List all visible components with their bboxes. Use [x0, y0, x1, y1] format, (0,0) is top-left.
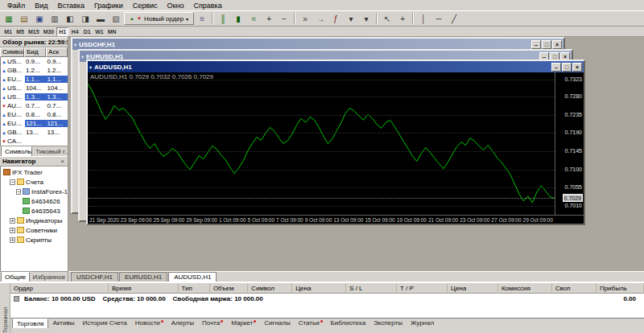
- terminal-tab-1[interactable]: Активы: [48, 319, 78, 328]
- menu-item-6[interactable]: Справка: [188, 1, 226, 10]
- terminal-column-header-3[interactable]: Объем: [210, 283, 248, 294]
- market-watch-toggle[interactable]: ▥: [47, 12, 62, 25]
- window-title-bar[interactable]: ▾ AUDUSD,H1 – □ ×: [88, 61, 584, 72]
- terminal-tab-4[interactable]: Алерты: [167, 319, 198, 328]
- timeframe-h4[interactable]: H4: [69, 27, 80, 36]
- market-watch-row[interactable]: ▼CA...: [1, 137, 68, 146]
- terminal-column-header-11[interactable]: Прибыль: [597, 283, 644, 294]
- data-window-toggle[interactable]: ◧: [63, 12, 77, 25]
- market-watch-row[interactable]: ▲EU...1.1...1.1...: [1, 75, 68, 84]
- zoom-in-button[interactable]: +: [262, 12, 276, 25]
- timeframe-h1[interactable]: H1: [56, 27, 68, 36]
- navigator-item[interactable]: −InstaForex-1D: [1, 187, 68, 196]
- navigator-item[interactable]: 64635643: [1, 206, 68, 216]
- timeframe-m1[interactable]: M1: [2, 27, 14, 36]
- expand-icon[interactable]: +: [10, 218, 15, 224]
- horizontal-line-button[interactable]: ─: [431, 12, 446, 25]
- terminal-tab-9[interactable]: Библиотека: [327, 319, 370, 328]
- terminal-tab-8[interactable]: Статьи: [295, 319, 327, 328]
- market-watch-row[interactable]: ▲GB...13...13...: [1, 128, 68, 137]
- vertical-line-button[interactable]: │: [416, 12, 431, 25]
- market-watch-row[interactable]: ▲US...104...104...: [1, 84, 68, 92]
- chart-plot[interactable]: AUDUSD,H1 0.7029 0.7032 0.7026 0.7029: [88, 72, 555, 215]
- terminal-column-header-8[interactable]: Цена: [448, 283, 498, 294]
- candlestick-button[interactable]: ▮: [231, 12, 246, 25]
- chart-tab-0[interactable]: USDCHF,H1: [71, 272, 118, 282]
- terminal-tab-6[interactable]: Маркет: [227, 319, 260, 328]
- menu-item-2[interactable]: Вставка: [52, 1, 89, 10]
- new-order-button[interactable]: ▲▼Новый ордер▾: [124, 12, 194, 25]
- close-icon[interactable]: ×: [60, 158, 65, 165]
- terminal-column-header-0[interactable]: Ордер: [10, 283, 109, 294]
- menu-item-5[interactable]: Окно: [163, 1, 189, 10]
- navigator-item[interactable]: −Счета: [1, 177, 68, 187]
- menu-item-4[interactable]: Сервис: [128, 1, 163, 10]
- timeframe-d1[interactable]: D1: [81, 27, 93, 36]
- templates-dropdown[interactable]: ▾: [359, 12, 374, 25]
- terminal-tab-0[interactable]: Торговля: [12, 319, 48, 328]
- timeframe-w1[interactable]: W1: [93, 27, 105, 36]
- market-watch-column-header[interactable]: Символ: [0, 47, 24, 57]
- market-watch-row[interactable]: ▲EU...0.8...0.8...: [1, 110, 68, 119]
- menu-item-3[interactable]: Графики: [89, 1, 128, 10]
- terminal-column-header-4[interactable]: Символ: [248, 283, 292, 294]
- close-icon[interactable]: ×: [552, 40, 562, 49]
- navigator-toggle[interactable]: ◨: [78, 12, 93, 25]
- window-title-bar[interactable]: ▾ USDCHF,H1 – □ ×: [72, 39, 564, 50]
- terminal-column-header-7[interactable]: T / P: [397, 283, 448, 294]
- close-icon[interactable]: ×: [572, 63, 582, 72]
- cursor-button[interactable]: ↖: [380, 12, 394, 25]
- chart-tab-1[interactable]: EURUSD,H1: [119, 272, 167, 282]
- metaeditor-button[interactable]: ≡: [195, 12, 209, 25]
- navigator-item[interactable]: +Советники: [1, 225, 68, 235]
- crosshair-button[interactable]: +: [395, 12, 410, 25]
- terminal-tab-7[interactable]: Сигналы: [260, 319, 294, 328]
- market-watch-row[interactable]: ▲GB...1.2...1.2...: [1, 66, 68, 75]
- market-watch-row[interactable]: ▲EU...121...121...: [1, 119, 68, 128]
- terminal-column-header-9[interactable]: Комиссия: [498, 283, 552, 294]
- minimize-icon[interactable]: –: [531, 40, 541, 49]
- timeframe-mn[interactable]: MN: [106, 27, 118, 36]
- market-watch-tab-1[interactable]: Тиковый г...: [32, 146, 68, 156]
- profiles-dropdown[interactable]: ▤: [17, 12, 31, 25]
- trendline-button[interactable]: ╱: [447, 12, 461, 25]
- expand-icon[interactable]: +: [10, 237, 15, 243]
- terminal-column-header-1[interactable]: Время: [109, 283, 179, 294]
- timeframe-m15[interactable]: M15: [27, 27, 41, 36]
- line-chart-button[interactable]: ≈: [246, 12, 261, 25]
- strategy-tester-toggle[interactable]: ▧: [109, 12, 123, 25]
- indicators-dropdown[interactable]: ƒ: [328, 12, 343, 25]
- collapse-icon[interactable]: −: [16, 189, 21, 195]
- menu-item-1[interactable]: Вид: [30, 1, 52, 10]
- expand-icon[interactable]: +: [10, 228, 15, 233]
- terminal-column-header-10[interactable]: Своп: [552, 283, 597, 294]
- terminal-tab-2[interactable]: История Счета: [78, 319, 130, 328]
- market-watch-row[interactable]: ▼AU...0.7...0.7...: [1, 101, 68, 110]
- terminal-column-header-2[interactable]: Тип: [179, 283, 210, 294]
- terminal-tab-10[interactable]: Эксперты: [369, 319, 407, 328]
- market-watch-column-header[interactable]: Бид: [24, 47, 46, 57]
- terminal-tab-3[interactable]: Новости: [131, 319, 167, 328]
- navigator-tab-1[interactable]: Избранное: [30, 272, 68, 282]
- market-watch-row[interactable]: ▲US...1.3...1.3...: [1, 92, 68, 101]
- market-watch-column-header[interactable]: Аск: [46, 47, 68, 57]
- auto-scroll-button[interactable]: »: [298, 12, 312, 25]
- minimize-icon[interactable]: –: [551, 63, 561, 72]
- terminal-tab-11[interactable]: Журнал: [407, 319, 438, 328]
- navigator-item[interactable]: 64634626: [1, 196, 68, 206]
- menu-item-0[interactable]: Файл: [2, 1, 30, 10]
- collapse-icon[interactable]: −: [10, 179, 15, 185]
- market-watch-tab-0[interactable]: Символы: [1, 146, 32, 156]
- zoom-out-button[interactable]: −: [277, 12, 291, 25]
- terminal-tab-5[interactable]: Почта: [198, 319, 227, 328]
- terminal-column-header-5[interactable]: Цена: [292, 283, 346, 294]
- timeframe-m5[interactable]: M5: [14, 27, 26, 36]
- restore-icon[interactable]: □: [562, 63, 572, 72]
- chart-window-audusd[interactable]: ▾ AUDUSD,H1 – □ × AUDUSD,H1 0.7029 0.703…: [86, 60, 585, 225]
- periods-dropdown[interactable]: ▾: [344, 12, 358, 25]
- navigator-item[interactable]: +Индикаторы: [1, 216, 68, 225]
- navigator-item[interactable]: IFX Trader: [1, 167, 68, 177]
- chart-tab-2[interactable]: AUDUSD,H1: [168, 272, 217, 282]
- timeframe-m30[interactable]: M30: [42, 27, 56, 36]
- navigator-tab-0[interactable]: Общие: [1, 272, 30, 282]
